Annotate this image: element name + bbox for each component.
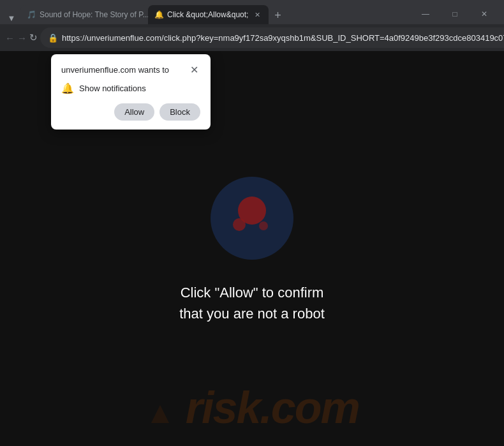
popup-close-button[interactable]: ✕ (188, 63, 200, 76)
address-bar: ← → ↻ 🔒 https://unveriumenflue.com/click… (0, 24, 504, 51)
page-message: Click "Allow" to confirm that you are no… (179, 282, 325, 324)
popup-notification-row: 🔔 Show notifications (61, 82, 200, 94)
forward-button[interactable]: → (17, 27, 27, 48)
popup-notification-text: Show notifications (79, 84, 146, 93)
url-text: https://unveriumenflue.com/click.php?key… (62, 33, 504, 43)
browser-window: ▼ 🎵 Sound of Hope: The Story of P... ✕ 🔔… (0, 0, 504, 446)
tab-favicon-2: 🔔 (154, 10, 163, 19)
new-tab-button[interactable]: + (269, 6, 286, 24)
pcrisk-watermark: ▲ risk.com (145, 381, 359, 433)
reload-button[interactable]: ↻ (29, 27, 38, 48)
popup-buttons: Allow Block (61, 103, 200, 121)
tab-inactive[interactable]: 🎵 Sound of Hope: The Story of P... ✕ (20, 5, 148, 24)
page-message-line1: Click "Allow" to confirm (179, 282, 325, 303)
block-button[interactable]: Block (159, 103, 200, 121)
tab-favicon-1: 🎵 (27, 10, 36, 19)
tab-label-2: Click &quot;Allow&quot; (167, 10, 248, 19)
maximize-button[interactable]: □ (440, 4, 470, 24)
window-controls: — □ ✕ (411, 4, 499, 24)
popup-header: unveriumenflue.com wants to ✕ (61, 63, 200, 76)
security-icon: 🔒 (48, 33, 58, 43)
page-content: Click "Allow" to confirm that you are no… (0, 51, 504, 446)
notification-popup: unveriumenflue.com wants to ✕ 🔔 Show not… (51, 54, 211, 130)
page-logo (207, 174, 297, 263)
back-button[interactable]: ← (5, 27, 15, 48)
tab-close-2[interactable]: ✕ (252, 10, 262, 20)
url-box[interactable]: 🔒 https://unveriumenflue.com/click.php?k… (40, 27, 504, 48)
tab-list-button[interactable]: ▼ (5, 11, 18, 24)
allow-button[interactable]: Allow (114, 103, 154, 121)
close-button[interactable]: ✕ (470, 4, 499, 24)
bell-icon: 🔔 (61, 82, 74, 94)
minimize-button[interactable]: — (411, 4, 440, 24)
tab-bar-left: ▼ (5, 11, 18, 24)
tab-bar: ▼ 🎵 Sound of Hope: The Story of P... ✕ 🔔… (0, 0, 504, 24)
tab-active[interactable]: 🔔 Click &quot;Allow&quot; ✕ (148, 5, 269, 24)
svg-point-2 (233, 218, 246, 231)
popup-title: unveriumenflue.com wants to (61, 65, 169, 75)
page-message-line2: that you are not a robot (179, 303, 325, 324)
svg-point-3 (259, 221, 268, 230)
tab-label-1: Sound of Hope: The Story of P... (40, 10, 148, 19)
